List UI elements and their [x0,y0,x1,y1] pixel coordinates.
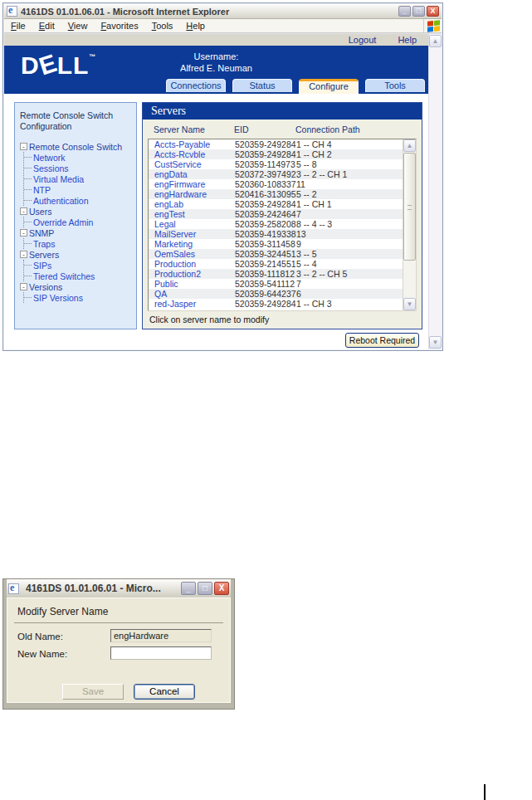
table-row: CustService520359-1149735 -- 8 [149,159,403,169]
tree-expander-icon[interactable]: - [20,207,27,215]
server-name-link[interactable]: Marketing [154,239,235,249]
eid-value: 520359-258208 [235,219,296,229]
tree-leaf-network[interactable]: Network [24,152,131,163]
scroll-down-button[interactable]: ▼ [429,336,442,349]
server-name-link[interactable]: Production [154,259,235,269]
tree-node-servers[interactable]: -Servers [20,249,131,260]
server-name-link[interactable]: Legal [154,219,235,229]
dialog-maximize-button[interactable]: □ [198,582,212,595]
logout-link[interactable]: Logout [349,35,377,45]
table-scroll-up-button[interactable]: ▲ [403,139,416,152]
tree-leaf-label: Tiered Switches [33,271,95,281]
browser-client-area: ▲ ▼ Logout Help DELL™ Username: Alfred E… [4,34,442,349]
server-name-link[interactable]: Accts-Rcvble [154,149,235,159]
dialog-close-button[interactable]: X [214,582,229,595]
eid-value: 520359-249284 [235,149,296,159]
table-scroll-down-button[interactable]: ▼ [403,298,416,310]
browser-window: 4161DS 01.01.06.01 - Microsoft Internet … [2,2,443,351]
eid-value: 520359-324451 [235,249,296,259]
server-name-link[interactable]: Public [154,279,235,289]
servers-table: Accts-Payable520359-2492841 -- CH 4Accts… [148,139,417,311]
tree-leaf-traps[interactable]: Traps [24,238,131,249]
reboot-required-button[interactable]: Reboot Required [345,333,419,348]
header-band: DELL™ Username: Alfred E. Neuman Connect… [4,46,428,94]
help-link[interactable]: Help [398,35,417,45]
menu-help[interactable]: Help [179,21,212,31]
tree-leaf-label: Traps [33,239,55,249]
menu-file[interactable]: File [4,21,32,31]
connection-path-value: 1 -- CH 2 [296,149,403,159]
tree-expander-icon[interactable]: - [20,143,27,150]
menu-edit[interactable]: Edit [32,21,61,31]
server-name-link[interactable]: Accts-Payable [154,139,235,149]
tree-leaf-authentication[interactable]: Authentication [24,195,131,206]
tree-leaf-sips[interactable]: SIPs [24,260,131,271]
server-name-link[interactable]: engData [154,169,235,179]
page-scrollbar[interactable]: ▲ ▼ [428,34,442,349]
tree-leaf-sessions[interactable]: Sessions [24,163,131,173]
tab-configure[interactable]: Configure [299,79,359,94]
server-name-link[interactable]: engLab [154,199,235,209]
connection-path-value: 5 -- 4 [296,259,403,269]
server-name-link[interactable]: QA [154,289,235,299]
dialog-minimize-button[interactable]: _ [181,582,196,595]
server-name-link[interactable]: CustService [154,159,235,169]
tree-leaf-label: Override Admin [33,217,93,227]
menu-view[interactable]: View [61,21,95,31]
dialog-heading: Modify Server Name [17,606,108,617]
tab-tools[interactable]: Tools [365,79,425,92]
table-row: red-Jasper520359-2492841 -- CH 3 [149,299,403,309]
table-scrollbar[interactable]: ▲ ▼ [403,139,416,310]
table-row: QA520359-6442376 [149,289,403,299]
tree-branch-line [24,157,32,158]
column-header-eid: EID [234,124,249,134]
tab-status[interactable]: Status [232,79,292,92]
tree-expander-icon[interactable]: - [20,229,27,237]
tree-node-versions[interactable]: -Versions [20,281,131,292]
tree-node-label: Users [29,207,51,217]
server-name-link[interactable]: MailServer [154,229,235,239]
new-name-label: New Name: [17,649,67,659]
server-name-link[interactable]: OemSales [154,249,235,259]
tree-node-remote-console-switch[interactable]: -Remote Console Switch [20,141,131,152]
table-row: engTest520359-2424647 [149,209,403,219]
server-name-link[interactable]: red-Jasper [154,299,235,309]
tree-expander-icon[interactable]: - [20,283,27,290]
tree-leaf-ntp[interactable]: NTP [24,184,131,195]
tree-expander-icon[interactable]: - [20,251,27,258]
tree-leaf-sip-versions[interactable]: SIP Versions [24,292,131,303]
tab-connections[interactable]: Connections [166,79,226,92]
menu-tools[interactable]: Tools [145,21,180,31]
eid-value: 520359-249284 [235,139,296,149]
table-column-headers: Server Name EID Connection Path [143,120,422,139]
tree-leaf-virtual-media[interactable]: Virtual Media [24,173,131,184]
column-header-connection-path: Connection Path [295,124,360,134]
tree-node-snmp[interactable]: -SNMP [20,227,131,238]
server-name-link[interactable]: Production2 [154,269,235,279]
tree-leaf-tiered-switches[interactable]: Tiered Switches [24,271,131,281]
eid-value: 520359-214551 [235,259,296,269]
minimize-button[interactable]: _ [398,6,411,17]
cancel-button[interactable]: Cancel [134,684,195,700]
tree-leaf-override-admin[interactable]: Override Admin [24,217,131,227]
maximize-button[interactable]: □ [412,6,425,17]
tree-leaf-label: SIPs [33,261,51,271]
connection-path-value: 13 [296,229,403,239]
internet-explorer-icon [8,583,19,594]
table-row: engFirmware520360-10833711 [149,179,403,189]
table-row: engData520372-3974923 -- 2 -- CH 1 [149,169,403,179]
connection-path-value: 5 -- 8 [296,159,403,169]
connection-path-value: 3 -- 2 -- CH 1 [296,169,403,179]
table-scroll-thumb[interactable] [403,153,416,261]
close-button[interactable]: X [427,6,439,17]
server-name-link[interactable]: engFirmware [154,179,235,189]
eid-value: 520359-644237 [235,289,296,299]
server-name-link[interactable]: engHardware [154,189,235,199]
new-name-input[interactable] [110,646,212,660]
web-page: Logout Help DELL™ Username: Alfred E. Ne… [4,34,428,349]
server-name-link[interactable]: engTest [154,209,235,219]
scroll-up-button[interactable]: ▲ [429,35,442,47]
sidebar-title: Remote Console Switch Configuration [20,110,131,132]
menu-favorites[interactable]: Favorites [94,21,144,31]
tree-node-users[interactable]: -Users [20,206,131,217]
